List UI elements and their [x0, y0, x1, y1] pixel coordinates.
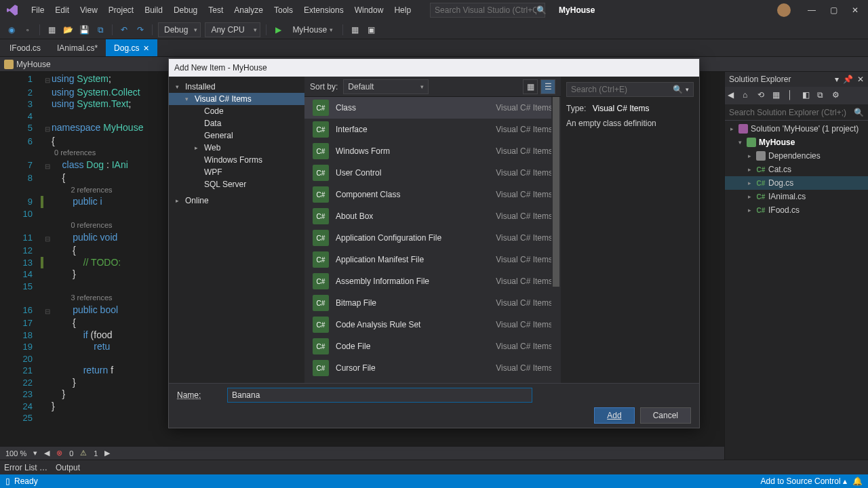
quick-search-field[interactable] — [435, 5, 536, 15]
template-code-analysis-rule-set[interactable]: C#Code Analysis Rule SetVisual C# Items — [304, 314, 561, 336]
menu-build[interactable]: Build — [139, 3, 168, 18]
tree-installed[interactable]: ▾Installed — [169, 81, 304, 93]
template-windows-form[interactable]: C#Windows FormVisual C# Items — [304, 140, 561, 162]
new-project-icon[interactable]: ▦ — [45, 24, 58, 36]
solution-node[interactable]: ▸ Solution 'MyHouse' (1 project) — [725, 122, 868, 136]
warning-count[interactable]: 1 — [94, 449, 98, 458]
menu-help[interactable]: Help — [389, 3, 416, 18]
error-count[interactable]: 0 — [69, 449, 73, 458]
tree-visual-csharp[interactable]: ▾Visual C# Items — [169, 93, 304, 105]
menu-tools[interactable]: Tools — [269, 3, 298, 18]
save-all-icon[interactable]: ⧉ — [94, 24, 106, 36]
solution-search[interactable]: 🔍 — [725, 104, 868, 121]
template-user-control[interactable]: C#User ControlVisual C# Items — [304, 162, 561, 184]
tab-ifoodcs[interactable]: IFood.cs — [1, 39, 49, 56]
config-dropdown[interactable]: Debug — [158, 22, 201, 37]
source-control-button[interactable]: Add to Source Control ▴ — [761, 476, 847, 486]
editor-tabstrip: IFood.csIAnimal.cs*Dog.cs✕ — [0, 39, 868, 57]
project-node[interactable]: ▾ MyHouse — [725, 136, 868, 149]
maximize-button[interactable]: ▢ — [829, 5, 838, 15]
menu-window[interactable]: Window — [349, 3, 389, 18]
tool-icon-2[interactable]: ▣ — [365, 24, 377, 36]
dialog-title: Add New Item - MyHouse — [169, 59, 699, 77]
run-target-dropdown[interactable]: MyHouse ▾ — [288, 25, 337, 35]
sol-refresh-icon[interactable]: ▦ — [772, 90, 783, 101]
bottom-tab-output[interactable]: Output — [56, 463, 80, 472]
nav-back-icon[interactable]: ◉ — [5, 24, 18, 36]
sol-home-icon[interactable]: ⌂ — [743, 90, 753, 101]
tree-sub-general[interactable]: General — [169, 129, 304, 142]
add-button[interactable]: Add — [594, 407, 634, 424]
breadcrumb-item[interactable]: MyHouse — [16, 60, 51, 69]
template-bitmap-file[interactable]: C#Bitmap FileVisual C# Items — [304, 292, 561, 314]
sol-showall-icon[interactable]: ◧ — [802, 90, 813, 101]
file-node-cat-cs[interactable]: ▸C#Cat.cs — [725, 163, 868, 176]
platform-dropdown[interactable]: Any CPU — [205, 22, 260, 37]
tool-icon-1[interactable]: ▦ — [349, 24, 361, 36]
template-search[interactable]: 🔍▾ — [566, 82, 694, 97]
tab-ianimalcs[interactable]: IAnimal.cs* — [49, 39, 106, 56]
file-node-ianimal-cs[interactable]: ▸C#IAnimal.cs — [725, 190, 868, 203]
user-avatar-icon[interactable] — [777, 3, 791, 17]
dependencies-node[interactable]: ▸ Dependencies — [725, 149, 868, 163]
file-node-dog-cs[interactable]: ▸C#Dog.cs — [725, 176, 868, 190]
save-icon[interactable]: 💾 — [78, 24, 90, 36]
cancel-button[interactable]: Cancel — [640, 407, 691, 424]
panel-dropdown-icon[interactable]: ▾ — [835, 75, 839, 84]
template-application-manifest-file[interactable]: C#Application Manifest FileVisual C# Ite… — [304, 249, 561, 270]
template-scrollbar[interactable] — [551, 97, 561, 383]
bottom-tool-tabs: Error List …Output — [0, 460, 868, 474]
close-button[interactable]: ✕ — [850, 5, 860, 15]
notifications-icon[interactable]: 🔔 — [852, 476, 863, 486]
tree-sub-code[interactable]: Code — [169, 105, 304, 117]
sol-back-icon[interactable]: ◀ — [728, 90, 738, 101]
template-component-class[interactable]: C#Component ClassVisual C# Items — [304, 184, 561, 205]
menu-view[interactable]: View — [75, 3, 103, 18]
tab-close-icon[interactable]: ✕ — [143, 44, 149, 53]
template-application-configuration-file[interactable]: C#Application Configuration FileVisual C… — [304, 227, 561, 249]
tree-sub-sql-server[interactable]: SQL Server — [169, 178, 304, 190]
view-list-button[interactable]: ☰ — [540, 79, 555, 94]
search-icon: 🔍 — [854, 108, 864, 117]
view-grid-button[interactable]: ▦ — [523, 79, 538, 94]
menu-debug[interactable]: Debug — [168, 3, 203, 18]
undo-icon[interactable]: ↶ — [118, 24, 130, 36]
redo-icon[interactable]: ↷ — [134, 24, 146, 36]
zoom-level[interactable]: 100 % — [5, 449, 26, 458]
open-icon[interactable]: 📂 — [62, 24, 74, 36]
prev-icon[interactable]: ◀ — [44, 449, 50, 458]
template-class[interactable]: C#ClassVisual C# Items — [304, 97, 561, 119]
sol-properties-icon[interactable]: ⚙ — [832, 90, 843, 101]
menu-project[interactable]: Project — [103, 3, 139, 18]
template-assembly-information-file[interactable]: C#Assembly Information FileVisual C# Ite… — [304, 270, 561, 292]
tab-dogcs[interactable]: Dog.cs✕ — [106, 39, 157, 56]
tree-sub-data[interactable]: Data — [169, 117, 304, 129]
tree-sub-web[interactable]: ▸Web — [169, 142, 304, 154]
sol-sync-icon[interactable]: ⟲ — [757, 90, 768, 101]
template-code-file[interactable]: C#Code FileVisual C# Items — [304, 336, 561, 357]
menu-file[interactable]: File — [26, 3, 50, 18]
template-interface[interactable]: C#InterfaceVisual C# Items — [304, 119, 561, 140]
file-node-ifood-cs[interactable]: ▸C#IFood.cs — [725, 203, 868, 217]
tree-online[interactable]: ▸Online — [169, 195, 304, 207]
quick-search-input[interactable]: 🔍 — [430, 3, 545, 18]
template-cursor-file[interactable]: C#Cursor FileVisual C# Items — [304, 357, 561, 379]
nav-fwd-icon[interactable]: ◦ — [22, 24, 34, 36]
menu-extensions[interactable]: Extensions — [298, 3, 349, 18]
sol-collapse-icon[interactable]: ⧉ — [817, 90, 828, 101]
menu-analyze[interactable]: Analyze — [229, 3, 269, 18]
next-icon[interactable]: ▶ — [104, 449, 110, 458]
start-debug-icon[interactable]: ▶ — [272, 24, 284, 36]
tree-sub-wpf[interactable]: WPF — [169, 166, 304, 178]
panel-close-icon[interactable]: ✕ — [857, 75, 864, 84]
dialog-details-pane: 🔍▾ Type: Visual C# Items An empty class … — [561, 77, 699, 383]
template-about-box[interactable]: C#About BoxVisual C# Items — [304, 205, 561, 227]
minimize-button[interactable]: — — [807, 5, 816, 15]
sort-dropdown[interactable]: Default — [343, 79, 429, 94]
menu-edit[interactable]: Edit — [50, 3, 75, 18]
menu-test[interactable]: Test — [203, 3, 229, 18]
tree-sub-windows-forms[interactable]: Windows Forms — [169, 154, 304, 166]
pin-icon[interactable]: 📌 — [843, 75, 853, 84]
name-input[interactable] — [227, 388, 532, 403]
bottom-tab-errorlist[interactable]: Error List … — [4, 463, 47, 472]
